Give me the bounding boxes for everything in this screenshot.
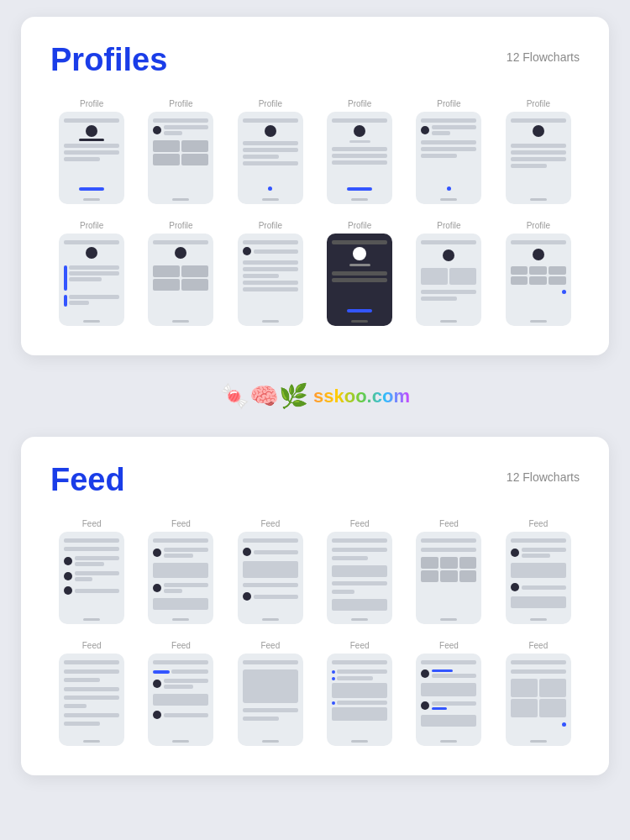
profile-flow-2: Profile [139, 99, 222, 204]
flow-label-3: Profile [259, 99, 282, 108]
phone-wireframe-2 [148, 112, 213, 204]
profile-flow-9: Profile [229, 221, 312, 326]
flow-label-1: Profile [80, 99, 103, 108]
phone-wireframe-6 [506, 112, 571, 204]
feed-label-4: Feed [350, 519, 370, 528]
phone-wireframe-10 [327, 234, 392, 326]
feed-phone-10 [327, 654, 392, 746]
phone-wireframe-9 [238, 234, 303, 326]
feed-label-6: Feed [528, 519, 548, 528]
feed-flow-11: Feed [407, 641, 490, 746]
flow-label-12: Profile [527, 221, 550, 230]
phone-wireframe-4 [327, 112, 392, 204]
watermark-icon: 🍬🧠🌿 [220, 382, 308, 410]
page-wrapper: Profiles 12 Flowcharts Profile [0, 0, 630, 792]
phone-wireframe-7 [59, 234, 124, 326]
feed-phone-1 [59, 532, 124, 624]
feed-phone-2 [148, 532, 213, 624]
feed-flow-10: Feed [318, 641, 401, 746]
flow-label-8: Profile [169, 221, 192, 230]
feed-label-8: Feed [171, 641, 191, 650]
profile-flow-7: Profile [50, 221, 133, 326]
phone-wireframe-5 [416, 112, 481, 204]
profiles-card: Profiles 12 Flowcharts Profile [21, 17, 609, 355]
flow-label-11: Profile [437, 221, 460, 230]
feed-label-3: Feed [260, 519, 280, 528]
feed-flow-9: Feed [229, 641, 312, 746]
feed-flow-8: Feed [139, 641, 222, 746]
watermark-text: sskoo.com [313, 386, 410, 407]
phone-wireframe-12 [506, 234, 571, 326]
profile-flow-4: Profile [318, 99, 401, 204]
feed-label-11: Feed [439, 641, 459, 650]
feed-flow-4: Feed [318, 519, 401, 624]
feed-label-1: Feed [82, 519, 102, 528]
feed-phone-5 [416, 532, 481, 624]
feed-flow-5: Feed [407, 519, 490, 624]
feed-label-5: Feed [439, 519, 459, 528]
profiles-count: 12 Flowcharts [507, 50, 580, 64]
feed-phone-12 [506, 654, 571, 746]
profile-flow-3: Profile [229, 99, 312, 204]
feed-flow-1: Feed [50, 519, 133, 624]
flow-label-2: Profile [169, 99, 192, 108]
flow-label-7: Profile [80, 221, 103, 230]
feed-phone-9 [238, 654, 303, 746]
feed-label-9: Feed [260, 641, 280, 650]
profile-flow-6: Profile [497, 99, 580, 204]
feed-row2: Feed Feed [50, 641, 580, 746]
feed-flow-12: Feed [497, 641, 580, 746]
profile-flow-8: Profile [139, 221, 222, 326]
feed-count: 12 Flowcharts [507, 470, 580, 484]
feed-row1: Feed [50, 519, 580, 624]
feed-flow-7: Feed [50, 641, 133, 746]
flow-label-5: Profile [437, 99, 460, 108]
feed-phone-6 [506, 532, 571, 624]
feed-label-7: Feed [82, 641, 102, 650]
profiles-card-header: Profiles 12 Flowcharts [50, 42, 580, 78]
feed-phone-7 [59, 654, 124, 746]
feed-phone-8 [148, 654, 213, 746]
phone-wireframe-1 [59, 112, 124, 204]
flow-label-6: Profile [527, 99, 550, 108]
feed-label-2: Feed [171, 519, 191, 528]
profile-flow-10: Profile [318, 221, 401, 326]
feed-flow-6: Feed [497, 519, 580, 624]
feed-phone-11 [416, 654, 481, 746]
feed-card-header: Feed 12 Flowcharts [50, 462, 580, 498]
flow-label-10: Profile [348, 221, 371, 230]
profile-flow-12: Profile [497, 221, 580, 326]
profile-flow-11: Profile [407, 221, 490, 326]
feed-title: Feed [50, 462, 125, 498]
phone-wireframe-3 [238, 112, 303, 204]
profile-flow-1: Profile [50, 99, 133, 204]
phone-wireframe-8 [148, 234, 213, 326]
flow-label-4: Profile [348, 99, 371, 108]
feed-flow-3: Feed [229, 519, 312, 624]
feed-label-12: Feed [528, 641, 548, 650]
feed-label-10: Feed [350, 641, 370, 650]
profiles-title: Profiles [50, 42, 167, 78]
feed-flow-2: Feed [139, 519, 222, 624]
profiles-row2: Profile [50, 221, 580, 326]
watermark-area: 🍬🧠🌿 sskoo.com [21, 372, 609, 420]
feed-phone-3 [238, 532, 303, 624]
phone-wireframe-11 [416, 234, 481, 326]
flow-label-9: Profile [259, 221, 282, 230]
profiles-row1: Profile [50, 99, 580, 204]
profile-flow-5: Profile [407, 99, 490, 204]
feed-card: Feed 12 Flowcharts Feed [21, 437, 609, 775]
feed-phone-4 [327, 532, 392, 624]
